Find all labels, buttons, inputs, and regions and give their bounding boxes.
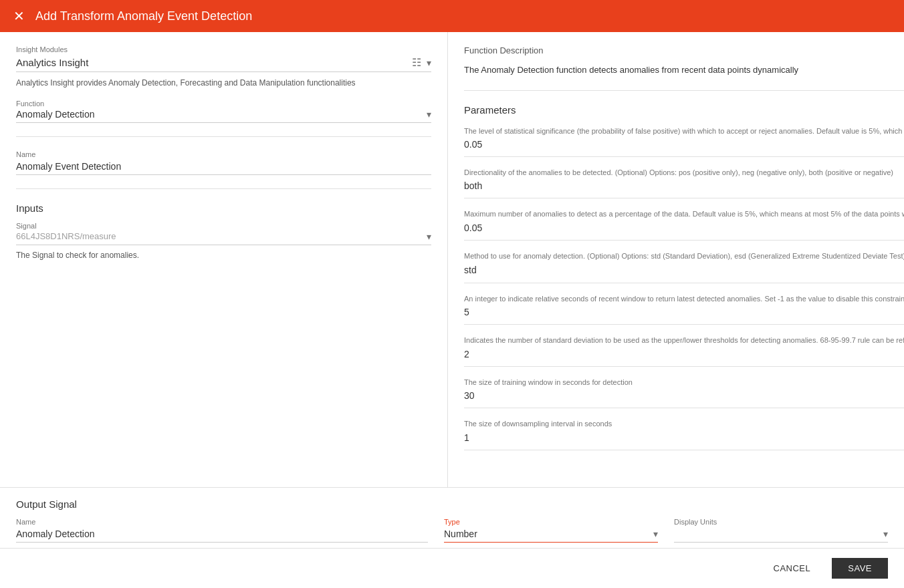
function-desc-title: Function Description <box>464 45 904 55</box>
output-type-value: Number <box>444 529 653 539</box>
divider-1 <box>16 136 431 137</box>
params-title: Parameters <box>464 104 904 116</box>
insight-description: Analytics Insight provides Anomaly Detec… <box>16 78 431 89</box>
param-desc: Directionality of the anomalies to be de… <box>464 168 904 178</box>
param-item: The size of downsampling interval in sec… <box>464 419 904 450</box>
param-desc: Maximum number of anomalies to detect as… <box>464 209 904 219</box>
page-title: Add Transform Anomaly Event Detection <box>35 9 252 23</box>
footer: CANCEL SAVE <box>0 548 904 588</box>
right-divider-1 <box>464 90 904 91</box>
param-value: 1 <box>464 432 469 443</box>
param-value: both <box>464 180 482 191</box>
param-value: 2 <box>464 349 469 359</box>
app-wrapper: ✕ Add Transform Anomaly Event Detection … <box>0 0 904 588</box>
save-button[interactable]: SAVE <box>832 558 888 579</box>
display-chevron-icon[interactable] <box>883 529 888 539</box>
param-value: 0.05 <box>464 223 482 233</box>
cancel-button[interactable]: CANCEL <box>763 558 822 579</box>
grid-icon[interactable]: ☷ <box>412 56 421 69</box>
param-value-row: 5 <box>464 307 904 317</box>
param-value-row: both <box>464 180 904 191</box>
param-value-row: 0.05 <box>464 139 904 150</box>
param-value-row: 0.05 <box>464 223 904 233</box>
output-title: Output Signal <box>16 498 888 510</box>
param-item: Directionality of the anomalies to be de… <box>464 168 904 198</box>
param-value-row: 1 <box>464 432 904 443</box>
name-input[interactable] <box>16 161 431 175</box>
output-type-field: Type Number <box>444 518 658 543</box>
param-item: Method to use for anomaly detection. (Op… <box>464 251 904 283</box>
param-item: An integer to indicate relative seconds … <box>464 294 904 325</box>
param-desc: An integer to indicate relative seconds … <box>464 294 904 304</box>
output-name-input[interactable] <box>16 529 428 543</box>
param-desc: The size of training window in seconds f… <box>464 378 904 388</box>
param-value-row: 2 <box>464 349 904 359</box>
insight-select-row[interactable]: Analytics Insight ☷ <box>16 56 431 72</box>
inputs-section: Inputs Signal 66L4JS8D1NRS/measure The S… <box>16 202 431 260</box>
close-icon[interactable]: ✕ <box>13 8 25 24</box>
output-display-label: Display Units <box>674 518 888 526</box>
param-value-row: 30 <box>464 390 904 401</box>
params-container: The level of statistical significance (t… <box>464 126 904 450</box>
signal-value: 66L4JS8D1NRS/measure <box>16 231 427 241</box>
function-label: Function <box>16 100 431 108</box>
name-label: Name <box>16 150 431 158</box>
param-value: 5 <box>464 307 469 317</box>
insight-select-icons: ☷ <box>412 56 431 69</box>
output-display-field: Display Units <box>674 518 888 543</box>
param-desc: The size of downsampling interval in sec… <box>464 419 904 429</box>
param-desc: Method to use for anomaly detection. (Op… <box>464 251 904 261</box>
output-type-label: Type <box>444 518 658 526</box>
function-desc-text: The Anomaly Detection function detects a… <box>464 63 904 77</box>
header: ✕ Add Transform Anomaly Event Detection <box>0 0 904 32</box>
output-display-select-row[interactable] <box>674 529 888 543</box>
param-item: The size of training window in seconds f… <box>464 378 904 408</box>
param-item: Indicates the number of standard deviati… <box>464 335 904 366</box>
output-name-field: Name <box>16 518 428 543</box>
signal-select-row[interactable]: 66L4JS8D1NRS/measure <box>16 231 431 245</box>
signal-label: Signal <box>16 222 431 230</box>
output-type-select-row[interactable]: Number <box>444 529 658 543</box>
function-section: Function Anomaly Detection <box>16 100 431 123</box>
divider-2 <box>16 188 431 189</box>
insight-modules-section: Insight Modules Analytics Insight ☷ Anal… <box>16 45 431 89</box>
parameters-section: Parameters The level of statistical sign… <box>464 104 904 450</box>
insight-modules-label: Insight Modules <box>16 45 431 53</box>
function-select-value: Anomaly Detection <box>16 109 427 120</box>
function-select-row[interactable]: Anomaly Detection <box>16 109 431 123</box>
function-description-section: Function Description The Anomaly Detecti… <box>464 45 904 77</box>
param-value: 30 <box>464 390 475 401</box>
signal-description: The Signal to check for anomalies. <box>16 251 431 260</box>
param-desc: The level of statistical significance (t… <box>464 126 904 136</box>
left-panel: Insight Modules Analytics Insight ☷ Anal… <box>0 32 448 487</box>
insight-select-value: Analytics Insight <box>16 57 412 68</box>
insight-chevron-icon[interactable] <box>427 57 431 68</box>
output-name-label: Name <box>16 518 428 526</box>
param-desc: Indicates the number of standard deviati… <box>464 335 904 345</box>
param-value-row[interactable]: std <box>464 264 904 276</box>
content-area: Insight Modules Analytics Insight ☷ Anal… <box>0 32 904 487</box>
type-chevron-icon[interactable] <box>653 529 658 539</box>
param-item: Maximum number of anomalies to detect as… <box>464 209 904 240</box>
output-signal-section: Output Signal Name Type Number Display U… <box>0 487 904 548</box>
name-section: Name <box>16 150 431 175</box>
function-chevron-icon[interactable] <box>427 109 431 120</box>
output-fields-row: Name Type Number Display Units <box>16 518 888 543</box>
signal-chevron-icon[interactable] <box>427 231 431 242</box>
left-right-wrapper: Insight Modules Analytics Insight ☷ Anal… <box>0 32 904 487</box>
param-item: The level of statistical significance (t… <box>464 126 904 157</box>
param-value: std <box>464 265 477 275</box>
param-value: 0.05 <box>464 139 482 150</box>
inputs-title: Inputs <box>16 202 431 214</box>
right-panel: Function Description The Anomaly Detecti… <box>448 32 904 487</box>
